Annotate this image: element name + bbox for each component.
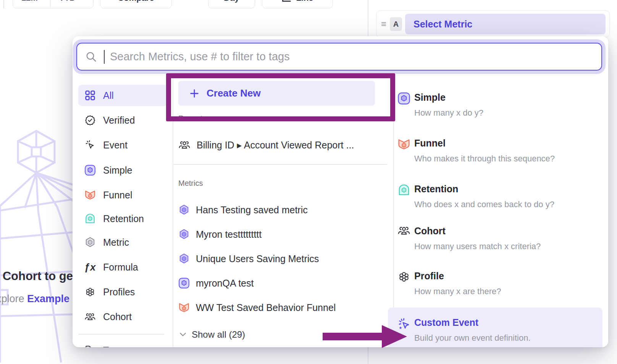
metric-row-badge: A [390,17,402,31]
line-chart-icon [281,0,292,3]
saved-metric-label: WW Test Saved Behavior Funnel [196,302,336,313]
sidebar-item-label: Verified [103,115,135,126]
retention-icon [84,213,97,224]
empty-state-headline: r Cohort to ge [0,269,73,283]
app-screen: 12M YTD Compare Day Line r Cohort to g [0,0,617,364]
search-input[interactable] [109,50,601,63]
metric-type-funnel[interactable]: Funnel Who makes it through this sequenc… [414,138,608,164]
type-description: How many users match x criteria? [414,242,608,251]
recent-item-label: Billing ID ▸ Account Viewed Report ... [197,140,354,151]
event-cursor-icon [84,140,97,150]
sidebar-item-all[interactable]: All [78,85,168,106]
metric-hexagon-icon [178,204,190,216]
explore-prefix: xplore [0,293,27,304]
cohort-people-icon [84,312,97,321]
drag-handle-icon[interactable]: ≡ [381,19,386,29]
sidebar-item-cohort[interactable]: Cohort [78,306,168,327]
sidebar-item-label: Retention [103,213,144,224]
sidebar-item-label: Tags [103,345,123,348]
sidebar-item-label: Simple [103,165,132,176]
metric-hexagon-icon [178,229,190,240]
metric-type-custom-event[interactable]: Custom Event Build your own event defini… [414,317,608,343]
verified-badge-icon [84,115,97,126]
metrics-section-label: Metrics [178,179,203,188]
date-range-control[interactable]: 12M YTD [13,0,94,8]
saved-metric-item[interactable]: Unique Users Saving Metrics [178,250,384,267]
example-report-link[interactable]: Example R [27,293,80,304]
metric-type-retention[interactable]: Retention Who does x and comes back to d… [414,184,608,209]
metric-type-simple[interactable]: Simple How many x do y? [414,92,608,118]
type-description: How many x do y? [414,108,608,118]
saved-metric-label: Hans Testing saved metric [196,205,308,216]
saved-metric-label: Myron testtttttttt [196,229,262,240]
metric-search-box[interactable] [76,43,602,71]
tag-icon [84,345,97,347]
day-granularity-button[interactable]: Day [208,0,255,8]
sidebar-item-label: Event [103,140,128,151]
simple-metric-icon [397,92,411,105]
sidebar-item-retention[interactable]: Retention [78,208,168,229]
type-title: Retention [414,184,608,195]
sidebar-item-label: Metric [103,237,129,248]
saved-metric-item[interactable]: WW Test Saved Behavior Funnel [178,299,384,316]
line-chart-type-button[interactable]: Line [262,0,333,8]
compare-button[interactable]: Compare [100,0,172,8]
select-metric-field[interactable]: Select Metric [405,14,606,34]
type-title: Funnel [414,138,608,149]
search-icon [86,51,97,63]
type-title: Profile [414,271,608,282]
sidebar-item-label: All [103,90,114,101]
sidebar-item-metric[interactable]: Metric [78,232,168,253]
range-12m-button[interactable]: 12M [13,0,46,8]
funnel-icon [84,189,97,201]
annotation-arrow [323,333,383,340]
retention-icon [397,184,411,196]
saved-metric-item[interactable]: Myron testtttttttt [178,225,384,243]
sidebar-item-event[interactable]: Event [78,134,168,156]
type-title: Cohort [414,225,608,237]
text-cursor [104,50,105,64]
grid-all-icon [84,90,97,101]
show-all-label: Show all (29) [192,329,245,340]
type-description: Who does x and comes back to do y? [414,200,608,209]
saved-metric-label: myronQA test [196,278,254,289]
sidebar-divider [78,334,164,335]
funnel-icon [178,302,190,313]
show-all-toggle[interactable]: Show all (29) [179,327,245,342]
funnel-icon [397,138,411,151]
formula-fx-icon: ƒx [84,261,97,273]
sidebar-item-funnel[interactable]: Funnel [78,184,168,206]
cohort-people-icon [397,225,411,236]
line-label: Line [296,0,313,3]
profiles-cluster-icon [397,271,411,283]
saved-metric-item[interactable]: Hans Testing saved metric [178,201,384,219]
profiles-cluster-icon [84,287,97,297]
sidebar-item-label: Formula [103,262,138,273]
metric-hexagon-icon [84,237,97,248]
type-title: Simple [414,92,608,103]
empty-state-explore-line: xplore Example R [0,293,80,305]
range-ytd-label: YTD [59,0,76,3]
sidebar-item-simple[interactable]: Simple [78,159,168,181]
type-description: How many x are there? [414,287,608,296]
sidebar-item-tags[interactable]: Tags [78,340,168,347]
simple-metric-icon [178,277,190,289]
metric-type-profile[interactable]: Profile How many x are there? [414,271,608,296]
type-description: Who makes it through this sequence? [414,154,608,164]
saved-metric-item[interactable]: myronQA test [178,274,384,292]
sidebar-item-label: Funnel [103,190,132,201]
metric-type-cohort[interactable]: Cohort How many users match x criteria? [414,225,608,251]
sidebar-item-formula[interactable]: ƒx Formula [78,256,168,278]
annotation-highlight-rectangle [166,73,395,121]
sidebar-item-profiles[interactable]: Profiles [78,281,168,303]
range-ytd-button[interactable]: YTD [50,0,93,8]
chevron-down-icon [179,332,186,337]
simple-metric-icon [84,164,97,176]
saved-metric-label: Unique Users Saving Metrics [196,253,319,264]
recent-item[interactable]: Billing ID ▸ Account Viewed Report ... [178,136,384,154]
type-description: Build your own event definition. [414,333,608,343]
type-title: Custom Event [414,317,608,328]
sidebar-item-verified[interactable]: Verified [78,110,168,131]
cohort-people-icon [178,140,191,150]
recents-metrics-divider [174,164,388,165]
